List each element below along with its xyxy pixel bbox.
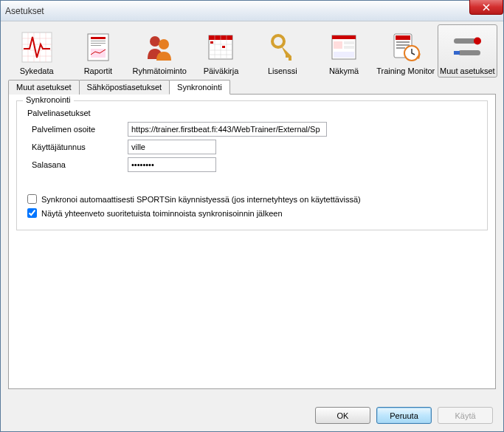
toolbar-label: Raportit: [84, 66, 113, 75]
dialog-buttons: OK Peruuta Käytä: [315, 407, 493, 424]
toolbar-label: Muut asetukset: [440, 66, 495, 75]
svg-rect-28: [458, 50, 480, 55]
svg-rect-22: [396, 41, 410, 43]
toolbar-label: Päiväkirja: [204, 66, 239, 75]
auto-sync-label: Synkronoi automaattisesti SPORTSin käynn…: [41, 195, 361, 204]
svg-rect-16: [334, 41, 342, 49]
svg-point-7: [150, 36, 160, 47]
svg-point-27: [474, 38, 481, 45]
window-title: Asetukset: [5, 6, 44, 16]
svg-rect-18: [344, 46, 354, 49]
toolbar: Sykedata Raportit Ryhmätoiminto Päiväkir…: [1, 21, 503, 79]
settings-icon: [449, 30, 485, 65]
settings-window: Asetukset Sykedata Raportit Ryhmätoimint…: [0, 0, 504, 432]
svg-rect-12: [222, 46, 225, 48]
diary-icon: [203, 30, 238, 65]
toolbar-paivakirja[interactable]: Päiväkirja: [191, 24, 251, 78]
toolbar-lisenssi[interactable]: Lisenssi: [252, 24, 312, 78]
svg-rect-11: [210, 41, 213, 44]
tab-panel-synkronointi: Synkronointi Palvelinasetukset Palvelime…: [8, 94, 496, 389]
toolbar-label: Näkymä: [329, 66, 359, 75]
svg-point-13: [272, 35, 284, 47]
close-icon: [483, 4, 490, 11]
auto-sync-row: Synkronoi automaattisesti SPORTSin käynn…: [27, 194, 480, 204]
username-input[interactable]: [128, 140, 216, 154]
svg-rect-24: [396, 47, 405, 49]
tab-synkronointi[interactable]: Synkronointi: [169, 80, 230, 95]
apply-button[interactable]: Käytä: [438, 407, 493, 424]
svg-rect-19: [334, 52, 354, 58]
view-icon: [326, 30, 362, 65]
group-icon: [142, 30, 177, 65]
toolbar-nakyma[interactable]: Näkymä: [314, 24, 373, 78]
username-row: Käyttäjätunnus: [32, 140, 480, 154]
server-address-label: Palvelimen osoite: [32, 125, 128, 134]
toolbar-label: Ryhmätoiminto: [133, 66, 187, 75]
sync-legend: Synkronointi: [23, 95, 74, 104]
report-icon: [80, 30, 116, 65]
tabs: Muut asetukset Sähköpostiasetukset Synkr…: [1, 80, 503, 95]
toolbar-ryhmatoiminto[interactable]: Ryhmätoiminto: [130, 24, 190, 78]
server-settings-legend: Palvelinasetukset: [27, 109, 480, 117]
auto-sync-checkbox[interactable]: [27, 194, 37, 204]
svg-rect-5: [91, 45, 101, 46]
sync-fieldset: Synkronointi Palvelinasetukset Palvelime…: [16, 100, 488, 230]
tab-sahkopostiasetukset[interactable]: Sähköpostiasetukset: [79, 80, 170, 95]
password-label: Salasana: [32, 160, 128, 169]
ok-button[interactable]: OK: [315, 407, 370, 424]
heartbeat-icon: [19, 30, 55, 65]
server-address-row: Palvelimen osoite: [32, 122, 480, 137]
svg-rect-21: [396, 35, 410, 40]
svg-rect-3: [91, 41, 106, 41]
titlebar: Asetukset: [1, 1, 503, 21]
svg-point-8: [159, 39, 169, 49]
svg-rect-17: [344, 41, 354, 44]
username-label: Käyttäjätunnus: [32, 143, 128, 151]
toolbar-training-monitor[interactable]: Training Monitor: [376, 24, 436, 78]
svg-rect-29: [454, 51, 460, 55]
server-address-input[interactable]: [128, 122, 327, 137]
toolbar-label: Sykedata: [20, 66, 54, 75]
cancel-button[interactable]: Peruuta: [376, 407, 432, 424]
password-input[interactable]: [128, 157, 216, 172]
svg-rect-23: [396, 44, 410, 46]
svg-rect-2: [91, 37, 106, 39]
svg-rect-15: [332, 35, 356, 39]
svg-rect-26: [454, 38, 476, 44]
toolbar-label: Lisenssi: [268, 66, 297, 75]
toolbar-label: Training Monitor: [376, 66, 435, 75]
toolbar-muut-asetukset[interactable]: Muut asetukset: [438, 24, 497, 78]
toolbar-sykedata[interactable]: Sykedata: [7, 24, 66, 78]
show-summary-row: Näytä yhteenveto suoritetuista toiminnoi…: [27, 208, 480, 218]
monitor-icon: [388, 30, 424, 65]
toolbar-raportit[interactable]: Raportit: [68, 24, 128, 78]
show-summary-checkbox[interactable]: [27, 208, 37, 218]
close-button[interactable]: [469, 0, 503, 15]
key-icon: [265, 30, 300, 65]
password-row: Salasana: [32, 157, 480, 172]
tab-muut-asetukset[interactable]: Muut asetukset: [8, 80, 80, 95]
svg-rect-4: [91, 43, 106, 44]
show-summary-label: Näytä yhteenveto suoritetuista toiminnoi…: [41, 209, 283, 218]
